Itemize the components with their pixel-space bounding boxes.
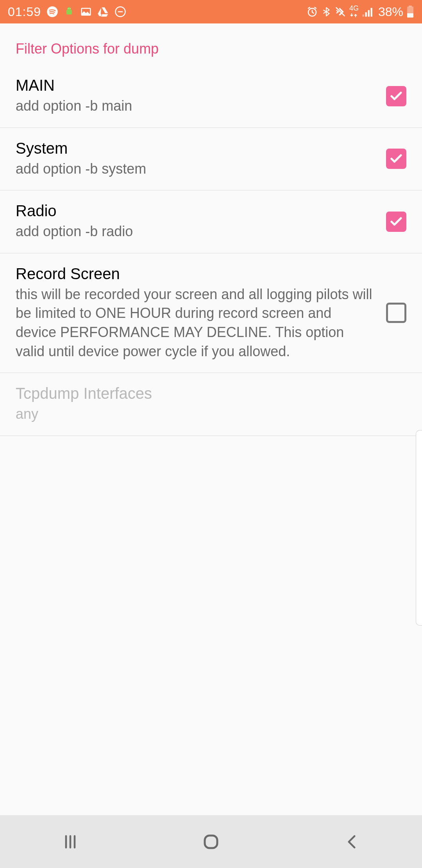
row-subtitle: this will be recorded your screen and al…: [16, 285, 374, 361]
row-text: Tcpdump Interfaces any: [16, 385, 406, 424]
bluetooth-icon: [321, 6, 331, 18]
back-button[interactable]: [313, 815, 391, 868]
svg-rect-12: [368, 10, 370, 17]
battery-percentage: 38%: [378, 5, 403, 19]
status-right: 4G 38%: [306, 5, 414, 19]
back-icon: [343, 833, 360, 850]
android-icon: [64, 6, 75, 17]
row-system[interactable]: System add option -b system: [0, 128, 422, 191]
status-left: 01:59: [8, 5, 126, 19]
svg-rect-16: [407, 13, 413, 18]
svg-rect-10: [363, 14, 364, 17]
alarm-icon: [306, 6, 318, 18]
checkbox-main[interactable]: [386, 86, 406, 106]
scroll-handle[interactable]: [416, 430, 422, 626]
svg-rect-13: [371, 8, 372, 16]
row-title: Tcpdump Interfaces: [16, 385, 395, 402]
home-icon: [202, 832, 220, 851]
row-title: Radio: [16, 202, 374, 220]
row-text: System add option -b system: [16, 140, 386, 179]
check-icon: [389, 152, 403, 166]
row-subtitle: any: [16, 405, 395, 424]
svg-point-2: [67, 7, 71, 11]
row-main[interactable]: MAIN add option -b main: [0, 65, 422, 128]
drive-icon: [97, 6, 109, 18]
check-icon: [389, 89, 403, 103]
network-4g-icon: 4G: [349, 5, 359, 19]
row-text: Radio add option -b radio: [16, 202, 386, 241]
do-not-disturb-icon: [114, 6, 126, 18]
svg-point-3: [68, 8, 69, 9]
row-text: Record Screen this will be recorded your…: [16, 265, 386, 361]
row-radio[interactable]: Radio add option -b radio: [0, 190, 422, 253]
svg-rect-20: [205, 836, 217, 848]
check-icon: [389, 215, 403, 229]
image-icon: [80, 6, 92, 18]
recents-button[interactable]: [31, 815, 109, 868]
row-subtitle: add option -b main: [16, 97, 374, 116]
battery-icon: [406, 5, 414, 18]
signal-icon: [362, 6, 375, 17]
svg-rect-15: [409, 5, 412, 7]
status-time: 01:59: [8, 5, 41, 19]
svg-rect-11: [365, 12, 367, 16]
spotify-icon: [46, 6, 58, 18]
home-button[interactable]: [172, 815, 250, 868]
row-text: MAIN add option -b main: [16, 77, 386, 116]
row-subtitle: add option -b radio: [16, 222, 374, 241]
recents-icon: [62, 833, 79, 850]
checkbox-record-screen[interactable]: [386, 303, 406, 323]
vibrate-icon: [334, 6, 346, 18]
row-title: Record Screen: [16, 265, 374, 283]
section-header: Filter Options for dump: [0, 23, 422, 65]
checkbox-radio[interactable]: [386, 212, 406, 232]
status-bar: 01:59 4G 38%: [0, 0, 422, 23]
row-title: MAIN: [16, 77, 374, 94]
navigation-bar: [0, 815, 422, 868]
row-title: System: [16, 140, 374, 157]
row-subtitle: add option -b system: [16, 160, 374, 179]
svg-point-4: [70, 8, 70, 9]
row-tcpdump-interfaces: Tcpdump Interfaces any: [0, 373, 422, 436]
row-record-screen[interactable]: Record Screen this will be recorded your…: [0, 253, 422, 373]
checkbox-system[interactable]: [386, 149, 406, 169]
